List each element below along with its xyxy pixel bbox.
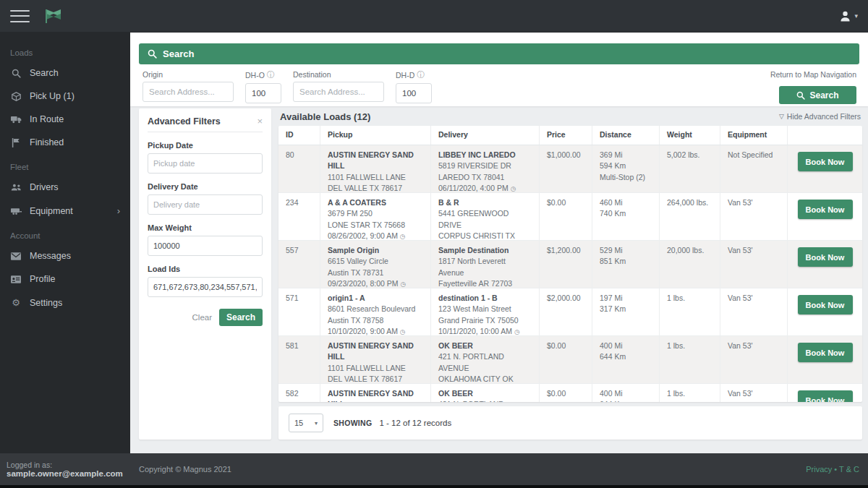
sidebar-item-pickup[interactable]: Pick Up (1) xyxy=(0,85,130,108)
search-panel-title: Search xyxy=(163,48,194,59)
book-now-button[interactable]: Book Now xyxy=(798,390,853,402)
origin-input[interactable] xyxy=(142,82,234,102)
sidebar-section-loads: Loads xyxy=(0,40,130,61)
search-button[interactable]: Search xyxy=(779,86,856,104)
logged-in-block: Logged in as: sample.owner@example.com xyxy=(0,461,130,478)
advanced-filters-title: Advanced Filters xyxy=(148,116,221,127)
magnus-logo[interactable] xyxy=(44,8,63,24)
load-price: $1,200.00 xyxy=(539,241,592,288)
load-equipment: Not Specified xyxy=(720,145,787,192)
book-now-button[interactable]: Book Now xyxy=(798,152,853,171)
clock-icon: ◷ xyxy=(400,233,406,240)
user-icon xyxy=(839,10,851,22)
load-ids-input[interactable] xyxy=(148,277,263,297)
privacy-terms-links[interactable]: Privacy • T & C xyxy=(806,465,868,474)
flag-logo-icon xyxy=(44,8,63,24)
sidebar-item-profile[interactable]: Profile xyxy=(0,267,130,291)
envelope-icon xyxy=(10,252,22,260)
table-row: 582 AUSTIN ENERGY SAND HILL1101 FALLWELL… xyxy=(278,384,862,402)
load-id: 557 xyxy=(278,241,320,288)
sidebar-item-equipment[interactable]: Equipment › xyxy=(0,199,130,223)
sidebar-item-label: Drivers xyxy=(30,182,59,192)
pagination-bar: 15 ▾ SHOWING 1 - 12 of 12 records xyxy=(278,406,862,440)
clock-icon: ◷ xyxy=(514,328,520,335)
col-header-action xyxy=(787,126,862,145)
sidebar-item-label: Pick Up (1) xyxy=(30,91,75,101)
top-bar: ▾ xyxy=(0,0,868,33)
search-icon xyxy=(796,91,805,100)
load-pickup: A & A COATERS3679 FM 250LONE STAR TX 756… xyxy=(320,193,430,240)
user-email: sample.owner@example.com xyxy=(7,469,130,478)
close-icon[interactable]: × xyxy=(257,116,263,127)
table-row: 234 A & A COATERS3679 FM 250LONE STAR TX… xyxy=(278,193,862,241)
load-id: 234 xyxy=(278,193,320,240)
table-header-row: ID Pickup Delivery Price Distance Weight… xyxy=(278,126,862,145)
sidebar-item-finished[interactable]: Finished xyxy=(0,131,130,154)
main-content: Search Origin DH-O ⓘ Destination xyxy=(130,33,868,453)
user-menu[interactable]: ▾ xyxy=(839,10,858,22)
pickup-date-input[interactable] xyxy=(148,153,263,174)
chevron-down-icon: ▾ xyxy=(854,12,858,20)
dho-input[interactable] xyxy=(245,83,281,103)
info-icon: ⓘ xyxy=(267,70,275,80)
table-row: 571 origin1 - A8601 Research BoulevardAu… xyxy=(278,288,862,336)
loads-table: ID Pickup Delivery Price Distance Weight… xyxy=(278,126,862,402)
book-now-button[interactable]: Book Now xyxy=(798,200,853,219)
dhd-input[interactable] xyxy=(396,83,432,103)
book-now-button[interactable]: Book Now xyxy=(798,247,853,267)
footer-bar: Logged in as: sample.owner@example.com C… xyxy=(0,453,868,485)
load-delivery: OK BEER421 N. PORTLAND AVENUEOKLAHOMA CI… xyxy=(430,384,539,402)
load-id: 80 xyxy=(278,145,320,192)
book-now-button[interactable]: Book Now xyxy=(798,295,853,314)
load-price: $0.00 xyxy=(539,384,592,402)
load-pickup: AUSTIN ENERGY SAND HILL1101 FALLWELL LAN… xyxy=(320,384,430,402)
sidebar-item-search[interactable]: Search xyxy=(0,61,130,85)
sidebar-item-messages[interactable]: Messages xyxy=(0,244,130,267)
destination-input[interactable] xyxy=(293,82,384,102)
table-row: 557 Sample Origin6615 Valley CircleAusti… xyxy=(278,241,862,288)
dho-label: DH-O ⓘ xyxy=(245,70,281,80)
showing-range: 1 - 12 of 12 records xyxy=(379,419,451,427)
load-pickup: AUSTIN ENERGY SAND HILL1101 FALLWELL LAN… xyxy=(320,145,430,192)
truck-icon xyxy=(10,115,22,124)
filters-search-button[interactable]: Search xyxy=(219,309,263,326)
sidebar-item-label: Equipment xyxy=(30,206,73,216)
load-weight: 20,000 lbs. xyxy=(659,241,720,288)
sidebar-item-label: Messages xyxy=(30,251,71,261)
sidebar-item-in-route[interactable]: In Route xyxy=(0,108,130,131)
available-loads-title: Available Loads (12) xyxy=(280,111,370,122)
sidebar-item-label: Settings xyxy=(30,298,62,308)
load-distance: 400 Mi644 Km xyxy=(592,336,659,383)
load-equipment: Van 53' xyxy=(720,384,787,402)
col-header-weight: Weight xyxy=(659,126,720,145)
delivery-date-input[interactable] xyxy=(148,194,263,215)
filter-icon: ▽ xyxy=(779,113,784,120)
table-row: 80 AUSTIN ENERGY SAND HILL1101 FALLWELL … xyxy=(278,145,862,193)
max-weight-input[interactable] xyxy=(148,236,263,256)
load-weight: 1 lbs. xyxy=(659,384,720,402)
sidebar: Loads Search Pick Up (1) In Route Finish… xyxy=(0,33,130,453)
col-header-id: ID xyxy=(278,126,320,145)
book-now-button[interactable]: Book Now xyxy=(798,343,853,362)
hide-advanced-filters-link[interactable]: ▽ Hide Advanced Filters xyxy=(779,112,861,121)
sidebar-section-account: Account xyxy=(0,223,130,244)
col-header-distance: Distance xyxy=(592,126,659,145)
sidebar-item-settings[interactable]: ⚙ Settings xyxy=(0,291,130,314)
load-weight: 1 lbs. xyxy=(659,288,720,335)
hamburger-menu-icon[interactable] xyxy=(10,10,30,22)
return-to-map-link[interactable]: Return to Map Navigation xyxy=(770,70,856,79)
page-size-select[interactable]: 15 ▾ xyxy=(289,414,323,432)
load-id: 582 xyxy=(278,384,320,402)
clear-button[interactable]: Clear xyxy=(192,313,212,322)
sidebar-item-drivers[interactable]: Drivers xyxy=(0,176,130,199)
origin-label: Origin xyxy=(142,70,234,79)
load-delivery: destination 1 - B123 West Main StreetGra… xyxy=(430,288,539,335)
showing-label: SHOWING xyxy=(333,419,372,427)
sidebar-item-label: Finished xyxy=(30,137,64,147)
drivers-icon xyxy=(10,183,22,192)
search-icon xyxy=(10,69,22,78)
load-pickup: origin1 - A8601 Research BoulevardAustin… xyxy=(320,288,430,335)
pickup-date-label: Pickup Date xyxy=(148,141,263,150)
sidebar-item-label: In Route xyxy=(30,114,64,124)
load-delivery: LIBBEY INC LAREDO5819 RIVERSIDE DRLAREDO… xyxy=(430,145,539,192)
